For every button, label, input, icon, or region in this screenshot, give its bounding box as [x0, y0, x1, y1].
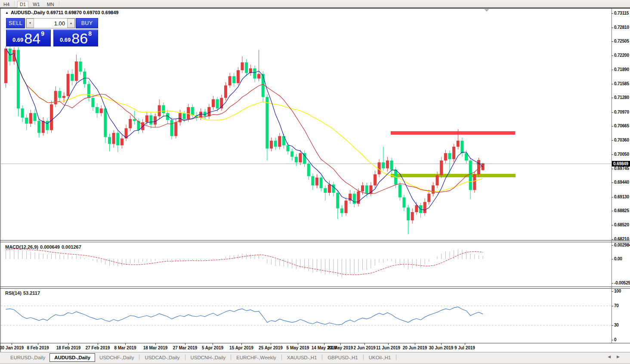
price-axis-label: 0.68520	[614, 222, 629, 227]
tab-gbpusd-h1[interactable]: GBPUSD-,H1	[323, 354, 362, 361]
sell-price-big: 84	[24, 32, 40, 45]
macd-histogram	[6, 248, 483, 278]
date-axis-tick	[388, 343, 389, 345]
tab-scroll-right-icon[interactable]: ▶	[617, 355, 626, 359]
rsi-value: 53.2117	[23, 290, 40, 296]
price-axis-label: 0.72810	[614, 25, 629, 30]
buy-price-pip: 8	[88, 30, 92, 37]
date-axis-label: 25 Apr 2019	[259, 345, 283, 350]
macd-value-signal: 0.001267	[62, 244, 81, 250]
macd-axis-tick	[611, 283, 613, 284]
price-axis-tick	[611, 140, 613, 141]
ohlc-open: 0.69711	[46, 10, 63, 15]
price-axis-tick	[611, 239, 613, 240]
price-axis-label: 0.70665	[614, 123, 629, 128]
price-axis-label: 0.69745	[614, 166, 629, 171]
tab-separator	[231, 355, 231, 360]
ohlc-low: 0.69703	[83, 10, 100, 15]
price-axis-tick	[611, 211, 613, 211]
price-axis-tick	[611, 56, 613, 56]
tab-usdchf-daily[interactable]: USDCHF-,Daily	[95, 354, 139, 361]
volume-increase-button[interactable]: ▲	[67, 19, 75, 28]
date-axis-label: 27 Mar 2019	[173, 345, 198, 350]
spin-down-icon: ▼	[29, 22, 32, 25]
rsi-axis-label: 70	[614, 303, 619, 308]
support-line[interactable]	[391, 174, 516, 177]
tab-separator	[139, 355, 139, 360]
tab-separator	[322, 355, 322, 360]
price-axis-tick	[611, 182, 613, 183]
pane-divider	[0, 287, 630, 287]
volume-input[interactable]	[34, 19, 67, 28]
date-axis-label: 8 Mar 2019	[114, 345, 136, 350]
rsi-pane-canvas[interactable]	[1, 289, 611, 343]
date-axis-tick	[185, 343, 185, 345]
price-axis-tick	[611, 225, 613, 225]
sell-price-display[interactable]: 0.69 84 9	[6, 29, 51, 46]
one-click-trading-panel: SELL ▼ ▲ BUY 0.69 84 9 0.69 86 8	[6, 18, 98, 46]
date-axis-tick	[324, 343, 324, 345]
tab-audusd-daily[interactable]: AUDUSD-,Daily	[49, 353, 95, 362]
price-axis-label: 0.72200	[614, 53, 629, 58]
date-axis-tick	[465, 343, 465, 345]
rsi-axis-tick	[611, 306, 613, 306]
price-axis-label: 0.70360	[614, 138, 629, 142]
tab-ukoil-h1[interactable]: UKOil-,H1	[364, 354, 395, 361]
price-axis-tick	[611, 84, 613, 84]
date-axis-tick	[38, 343, 38, 345]
sell-price-prefix: 0.69	[12, 37, 23, 43]
timeframe-button-d1[interactable]: D1	[17, 1, 28, 8]
tab-eurusd-daily[interactable]: EURUSD-,Daily	[6, 354, 49, 361]
date-axis-label: 9 Jul 2019	[454, 345, 475, 350]
toolbar-separator	[14, 1, 15, 6]
macd-axis-tick	[611, 259, 613, 259]
macd-axis-label: 0.002984	[614, 243, 630, 247]
date-axis-tick	[340, 343, 341, 345]
price-axis-label: 0.69130	[614, 194, 629, 199]
buy-button[interactable]: BUY	[76, 18, 98, 28]
price-axis-tick	[611, 169, 613, 169]
macd-axis-tick	[611, 245, 613, 246]
timeframe-button-h4[interactable]: H4	[1, 1, 12, 8]
sell-price-pip: 9	[41, 30, 44, 37]
ohlc-high: 0.69870	[65, 10, 82, 15]
one-click-panel-toggle-icon[interactable]: ▲	[5, 11, 9, 15]
date-axis-label: 18 Feb 2019	[56, 345, 81, 350]
rsi-axis-label: 30	[614, 323, 619, 327]
date-axis-label: 8 Feb 2019	[27, 345, 49, 350]
date-axis-tick	[241, 343, 242, 345]
buy-price-display[interactable]: 0.69 86 8	[53, 29, 98, 46]
tab-eurchf-weekly[interactable]: EURCHF-,Weekly	[232, 354, 280, 361]
tab-scroll-left-icon[interactable]: ◀	[608, 355, 617, 359]
date-axis-label: 5 May 2019	[287, 345, 309, 350]
sell-button[interactable]: SELL	[6, 18, 25, 28]
macd-pane-canvas[interactable]	[1, 242, 611, 287]
date-axis-tick	[364, 343, 365, 345]
date-axis-label: 11 Jun 2019	[376, 345, 400, 350]
toolbar-separator	[59, 1, 60, 6]
price-axis-tick	[611, 197, 613, 197]
chart-shift-marker-icon[interactable]	[484, 9, 489, 12]
price-axis-label: 0.68825	[614, 208, 629, 213]
buy-price-prefix: 0.69	[60, 37, 71, 43]
tab-xauusd-h1[interactable]: XAUUSD-,H1	[283, 354, 321, 361]
rsi-axis-tick	[611, 325, 613, 326]
ohlc-close: 0.69849	[102, 10, 119, 15]
price-axis-label: 0.71280	[614, 95, 629, 100]
pane-divider	[0, 242, 630, 242]
price-axis-tick	[611, 13, 613, 14]
rsi-label: RSI(14)53.2117	[5, 290, 42, 296]
pane-divider	[0, 240, 630, 241]
pane-divider	[0, 343, 630, 343]
timeframe-button-w1[interactable]: W1	[30, 1, 43, 8]
status-strip	[0, 362, 630, 364]
timeframe-button-mn[interactable]: MN	[44, 1, 57, 8]
tab-usdcad-daily[interactable]: USDCAD-,Daily	[140, 354, 184, 361]
date-axis-tick	[98, 343, 98, 345]
resistance-line[interactable]	[391, 131, 515, 135]
volume-decrease-button[interactable]: ▼	[26, 19, 34, 28]
tab-usdcnh-daily[interactable]: USDCNH-,Daily	[186, 354, 230, 361]
price-axis-label: 0.71585	[614, 81, 629, 86]
date-axis-label: 20 Jun 2019	[403, 345, 427, 350]
macd-value-main: 0.000649	[40, 244, 60, 250]
